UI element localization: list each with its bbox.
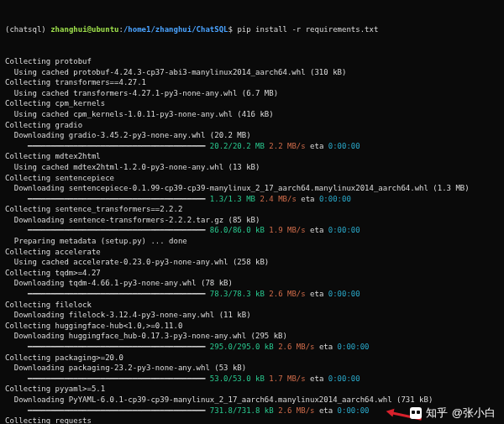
eta-time: 0:00:00 [328, 142, 360, 150]
output-line: Downloading huggingface_hub-0.17.3-py3-n… [5, 331, 499, 342]
progress-bar: ━━━━━━━━━━━━━━━━━━━━━━━━━━━━━━━━━━━━━━━ [5, 142, 210, 150]
eta-time: 0:00:00 [328, 226, 360, 234]
cwd: /home1/zhanghui/ChatSQL [123, 25, 228, 34]
eta-time: 0:00:00 [328, 374, 360, 383]
output-line: Collecting huggingface-hub<1.0,>=0.11.0 [5, 321, 499, 332]
output-line: Collecting tqdm>=4.27 [5, 268, 499, 279]
progress-fraction: 78.3/78.3 kB [210, 290, 265, 298]
eta-time: 0:00:00 [338, 406, 370, 415]
progress-rate: 2.4 MB/s [260, 195, 296, 203]
progress-fraction: 53.0/53.0 kB [210, 374, 265, 383]
user-host: zhanghui@ubuntu [50, 25, 118, 34]
progress-line: ━━━━━━━━━━━━━━━━━━━━━━━━━━━━━━━━━━━━━━━ … [5, 374, 499, 385]
eta-label: eta [310, 374, 323, 383]
output-line: Collecting cpm_kernels [5, 98, 499, 109]
eta-label: eta [319, 406, 333, 415]
eta-time: 0:00:00 [328, 290, 360, 298]
output-line: Using cached cpm_kernels-1.0.11-py3-none… [5, 109, 499, 120]
progress-line: ━━━━━━━━━━━━━━━━━━━━━━━━━━━━━━━━━━━━━━━ … [5, 194, 499, 205]
output-line: Using cached transformers-4.27.1-py3-non… [5, 88, 499, 99]
output-line: Collecting sentencepiece [5, 173, 499, 184]
watermark-author: @张小白 [452, 408, 496, 419]
progress-fraction: 1.3/1.3 MB [210, 195, 255, 203]
eta-label: eta [310, 142, 323, 150]
output-line: Collecting protobuf [5, 56, 499, 67]
progress-bar: ━━━━━━━━━━━━━━━━━━━━━━━━━━━━━━━━━━━━━━━ [5, 343, 210, 351]
env-name: (chatsql) [5, 25, 46, 34]
output-line: Collecting mdtex2html [5, 151, 499, 162]
output-line: Using cached protobuf-4.24.3-cp37-abi3-m… [5, 67, 499, 78]
output-line: Downloading filelock-3.12.4-py3-none-any… [5, 310, 499, 321]
eta-label: eta [319, 343, 333, 351]
progress-rate: 1.7 MB/s [269, 374, 305, 383]
output-line: Downloading PyYAML-6.0.1-cp39-cp39-manyl… [5, 395, 499, 406]
progress-rate: 2.2 MB/s [269, 142, 305, 150]
prompt-line: (chatsql) zhanghui@ubuntu:/home1/zhanghu… [5, 24, 499, 35]
output-line: Collecting accelerate [5, 247, 499, 258]
progress-bar: ━━━━━━━━━━━━━━━━━━━━━━━━━━━━━━━━━━━━━━━ [5, 195, 210, 203]
output-line: Collecting sentence_transformers==2.2.2 [5, 204, 499, 215]
progress-fraction: 20.2/20.2 MB [210, 142, 265, 150]
output-line: Downloading sentence-transformers-2.2.2.… [5, 215, 499, 226]
progress-bar: ━━━━━━━━━━━━━━━━━━━━━━━━━━━━━━━━━━━━━━━ [5, 226, 210, 234]
progress-fraction: 295.0/295.0 kB [210, 343, 274, 351]
watermark-site: 知乎 [426, 408, 448, 419]
progress-fraction: 86.0/86.0 kB [210, 226, 265, 234]
output-line: Using cached mdtex2html-1.2.0-py3-none-a… [5, 162, 499, 173]
eta-time: 0:00:00 [338, 343, 370, 351]
output-line: Collecting gradio [5, 120, 499, 131]
terminal-output[interactable]: (chatsql) zhanghui@ubuntu:/home1/zhanghu… [0, 0, 504, 424]
output-line: Downloading tqdm-4.66.1-py3-none-any.whl… [5, 278, 499, 289]
progress-fraction: 731.8/731.8 kB [210, 406, 274, 415]
progress-rate: 1.9 MB/s [269, 226, 305, 234]
log-lines: Collecting protobuf Using cached protobu… [5, 56, 499, 424]
watermark: 知乎 @张小白 [410, 407, 496, 419]
output-line: Using cached accelerate-0.23.0-py3-none-… [5, 257, 499, 268]
progress-line: ━━━━━━━━━━━━━━━━━━━━━━━━━━━━━━━━━━━━━━━ … [5, 289, 499, 300]
output-line: Collecting packaging>=20.0 [5, 353, 499, 364]
output-line: Downloading packaging-23.2-py3-none-any.… [5, 363, 499, 374]
progress-rate: 2.6 MB/s [269, 290, 305, 298]
output-line: Collecting filelock [5, 300, 499, 311]
output-line: Collecting pyyaml>=5.1 [5, 384, 499, 395]
progress-line: ━━━━━━━━━━━━━━━━━━━━━━━━━━━━━━━━━━━━━━━ … [5, 342, 499, 353]
progress-rate: 2.6 MB/s [278, 343, 314, 351]
progress-line: ━━━━━━━━━━━━━━━━━━━━━━━━━━━━━━━━━━━━━━━ … [5, 225, 499, 236]
progress-bar: ━━━━━━━━━━━━━━━━━━━━━━━━━━━━━━━━━━━━━━━ [5, 290, 210, 298]
progress-rate: 2.6 MB/s [278, 406, 314, 415]
output-line: Downloading gradio-3.45.2-py3-none-any.w… [5, 130, 499, 141]
eta-label: eta [310, 226, 323, 234]
output-line: Downloading sentencepiece-0.1.99-cp39-cp… [5, 183, 499, 194]
progress-bar: ━━━━━━━━━━━━━━━━━━━━━━━━━━━━━━━━━━━━━━━ [5, 374, 210, 383]
zhihu-logo-icon [410, 407, 422, 419]
eta-label: eta [301, 195, 314, 203]
progress-bar: ━━━━━━━━━━━━━━━━━━━━━━━━━━━━━━━━━━━━━━━ [5, 406, 210, 415]
eta-time: 0:00:00 [319, 195, 351, 203]
progress-line: ━━━━━━━━━━━━━━━━━━━━━━━━━━━━━━━━━━━━━━━ … [5, 141, 499, 152]
eta-label: eta [310, 290, 323, 298]
output-line: Collecting transformers==4.27.1 [5, 77, 499, 88]
command: pip install -r requirements.txt [237, 25, 378, 34]
output-line: Preparing metadata (setup.py) ... done [5, 236, 499, 247]
